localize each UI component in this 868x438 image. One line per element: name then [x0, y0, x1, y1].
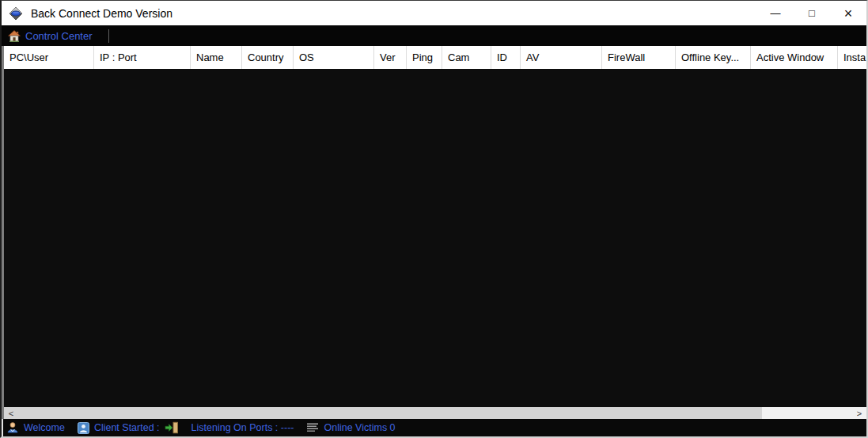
column-header-pc-user[interactable]: PC\User — [4, 46, 94, 69]
scroll-right-icon: > — [857, 409, 862, 418]
column-header-offline-key[interactable]: Offline Key... — [676, 46, 751, 69]
listening-ports-label: Listening On Ports : ---- — [191, 422, 294, 433]
welcome-user-icon — [6, 421, 19, 434]
listening-ports-panel: Listening On Ports : ---- — [187, 422, 294, 433]
column-header-av[interactable]: AV — [521, 46, 602, 69]
horizontal-scrollbar: < > — [4, 407, 866, 419]
menu-item-label: Control Center — [25, 30, 93, 42]
column-header-country[interactable]: Country — [242, 46, 294, 69]
statusbar: Welcome Client Started : Listening O — [2, 419, 866, 436]
minimize-button[interactable]: — — [757, 1, 794, 25]
welcome-panel: Welcome — [6, 421, 65, 434]
scrollbar-track[interactable] — [762, 407, 852, 419]
scroll-left-button[interactable]: < — [4, 407, 18, 419]
column-header-firewall[interactable]: FireWall — [602, 46, 676, 69]
menu-item-control-center[interactable]: Control Center — [6, 29, 99, 44]
victims-list-icon — [306, 423, 319, 432]
home-icon — [8, 30, 21, 42]
column-header-ver[interactable]: Ver — [374, 46, 407, 69]
window-title: Back Connect Demo Version — [31, 7, 172, 20]
menu-separator — [108, 29, 109, 43]
column-header-ip-port[interactable]: IP : Port — [94, 46, 191, 69]
client-user-icon — [78, 422, 89, 434]
titlebar: Back Connect Demo Version — □ × — [2, 1, 866, 25]
close-button[interactable]: × — [830, 1, 866, 25]
window-controls: — □ × — [757, 1, 866, 25]
table-header: PC\User IP : Port Name Country OS Ver Pi… — [4, 46, 866, 69]
listening-door-icon — [165, 421, 179, 434]
maximize-icon: □ — [809, 8, 815, 18]
close-icon: × — [844, 6, 853, 21]
column-header-id[interactable]: ID — [491, 46, 521, 69]
victims-list-region: PC\User IP : Port Name Country OS Ver Pi… — [2, 46, 866, 419]
app-diamond-icon — [9, 6, 23, 21]
minimize-icon: — — [771, 8, 781, 18]
scrollbar-thumb[interactable] — [18, 407, 762, 419]
app-window: Back Connect Demo Version — □ × — [0, 0, 868, 438]
scroll-right-button[interactable]: > — [852, 407, 866, 419]
maximize-button[interactable]: □ — [794, 1, 830, 25]
online-victims-label: Online Victims 0 — [324, 422, 395, 433]
column-header-ping[interactable]: Ping — [407, 46, 442, 69]
menubar: Control Center — [2, 25, 866, 46]
column-header-active-window[interactable]: Active Window — [751, 46, 838, 69]
client-started-label: Client Started : — [94, 422, 160, 433]
scroll-left-icon: < — [9, 409, 13, 418]
welcome-label: Welcome — [24, 422, 65, 433]
column-header-os[interactable]: OS — [294, 46, 374, 69]
column-header-install[interactable]: Insta — [838, 46, 866, 69]
client-started-panel: Client Started : — [78, 421, 179, 434]
column-header-cam[interactable]: Cam — [442, 46, 491, 69]
column-header-name[interactable]: Name — [191, 46, 242, 69]
online-victims-panel: Online Victims 0 — [300, 422, 395, 433]
victims-list-body — [4, 69, 866, 407]
